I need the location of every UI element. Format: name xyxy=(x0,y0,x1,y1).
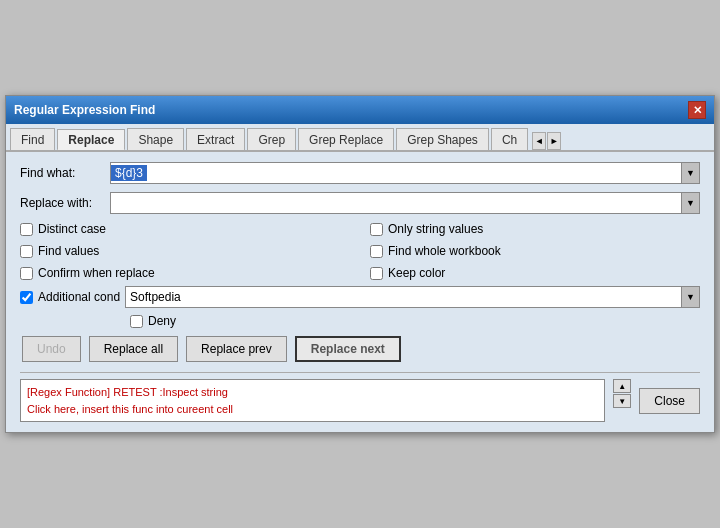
additional-cond-row: Additional cond ▼ xyxy=(20,286,700,308)
tab-scroll-left[interactable]: ◄ xyxy=(532,132,546,150)
tab-shape[interactable]: Shape xyxy=(127,128,184,150)
replace-with-input-container: ▼ xyxy=(110,192,700,214)
tab-navigation: ◄ ► xyxy=(532,132,562,150)
distinct-case-checkbox[interactable] xyxy=(20,223,33,236)
find-values-row: Find values xyxy=(20,244,350,258)
close-button[interactable]: Close xyxy=(639,388,700,414)
additional-dropdown-input[interactable] xyxy=(126,288,681,306)
find-what-input-container: ${d}3 ▼ xyxy=(110,162,700,184)
only-string-row: Only string values xyxy=(370,222,700,236)
replace-with-input[interactable] xyxy=(111,194,681,212)
deny-label: Deny xyxy=(148,314,176,328)
keep-color-label: Keep color xyxy=(388,266,445,280)
confirm-replace-row: Confirm when replace xyxy=(20,266,350,280)
status-area[interactable]: [Regex Function] RETEST :Inspect string … xyxy=(20,379,605,422)
scroll-up-button[interactable]: ▲ xyxy=(613,379,631,393)
tab-find[interactable]: Find xyxy=(10,128,55,150)
buttons-row: Undo Replace all Replace prev Replace ne… xyxy=(20,336,700,362)
title-bar: Regular Expression Find ✕ xyxy=(6,96,714,124)
additional-cond-label: Additional cond xyxy=(38,290,120,304)
confirm-replace-label: Confirm when replace xyxy=(38,266,155,280)
keep-color-checkbox[interactable] xyxy=(370,267,383,280)
tab-bar: Find Replace Shape Extract Grep Grep Rep… xyxy=(6,124,714,152)
find-values-checkbox[interactable] xyxy=(20,245,33,258)
find-values-label: Find values xyxy=(38,244,99,258)
additional-cond-checkbox[interactable] xyxy=(20,291,33,304)
replace-all-button[interactable]: Replace all xyxy=(89,336,178,362)
status-line2: Click here, insert this func into cureen… xyxy=(27,401,598,418)
keep-color-row: Keep color xyxy=(370,266,700,280)
replace-with-dropdown[interactable]: ▼ xyxy=(681,193,699,213)
undo-button[interactable]: Undo xyxy=(22,336,81,362)
confirm-replace-checkbox[interactable] xyxy=(20,267,33,280)
tab-extract[interactable]: Extract xyxy=(186,128,245,150)
checkbox-col-left: Distinct case Find values Confirm when r… xyxy=(20,222,350,280)
status-scroll: ▲ ▼ xyxy=(613,379,631,422)
dialog: Regular Expression Find ✕ Find Replace S… xyxy=(5,95,715,433)
close-icon[interactable]: ✕ xyxy=(688,101,706,119)
dialog-content: Find what: ${d}3 ▼ Replace with: ▼ xyxy=(6,152,714,432)
additional-dropdown-container: ▼ xyxy=(125,286,700,308)
scroll-down-button[interactable]: ▼ xyxy=(613,394,631,408)
find-what-label: Find what: xyxy=(20,166,110,180)
find-workbook-label: Find whole workbook xyxy=(388,244,501,258)
checkbox-col-right: Only string values Find whole workbook K… xyxy=(370,222,700,280)
replace-with-row: Replace with: ▼ xyxy=(20,192,700,214)
only-string-label: Only string values xyxy=(388,222,483,236)
checkboxes-section: Distinct case Find values Confirm when r… xyxy=(20,222,700,280)
deny-row: Deny xyxy=(130,314,700,328)
distinct-case-row: Distinct case xyxy=(20,222,350,236)
only-string-checkbox[interactable] xyxy=(370,223,383,236)
bottom-section: [Regex Function] RETEST :Inspect string … xyxy=(20,372,700,422)
tab-grep[interactable]: Grep xyxy=(247,128,296,150)
additional-dropdown-arrow[interactable]: ▼ xyxy=(681,287,699,307)
find-what-dropdown[interactable]: ▼ xyxy=(681,163,699,183)
find-workbook-checkbox[interactable] xyxy=(370,245,383,258)
distinct-case-label: Distinct case xyxy=(38,222,106,236)
dialog-title: Regular Expression Find xyxy=(14,103,155,117)
find-workbook-row: Find whole workbook xyxy=(370,244,700,258)
deny-checkbox[interactable] xyxy=(130,315,143,328)
tab-ch[interactable]: Ch xyxy=(491,128,528,150)
tab-grep-replace[interactable]: Grep Replace xyxy=(298,128,394,150)
replace-with-label: Replace with: xyxy=(20,196,110,210)
find-what-value[interactable]: ${d}3 xyxy=(111,165,147,181)
replace-prev-button[interactable]: Replace prev xyxy=(186,336,287,362)
replace-next-button[interactable]: Replace next xyxy=(295,336,401,362)
tab-replace[interactable]: Replace xyxy=(57,129,125,151)
tab-grep-shapes[interactable]: Grep Shapes xyxy=(396,128,489,150)
status-line1: [Regex Function] RETEST :Inspect string xyxy=(27,384,598,401)
tab-scroll-right[interactable]: ► xyxy=(547,132,561,150)
find-what-row: Find what: ${d}3 ▼ xyxy=(20,162,700,184)
